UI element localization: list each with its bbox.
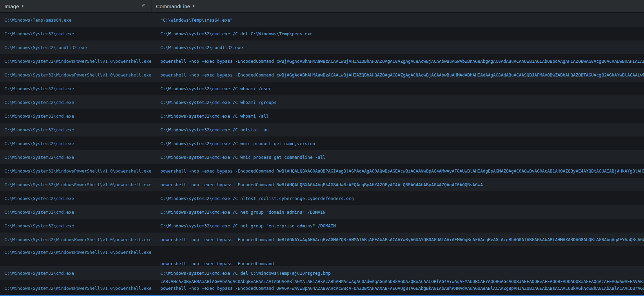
table-row[interactable]: C:\Windows\System32\cmd.exe C:\Windows\s… — [0, 109, 644, 123]
column-label-image: Image — [4, 3, 19, 9]
table-row[interactable]: C:\Windows\System32\WindowsPowerShell\v1… — [0, 178, 644, 191]
image-cell: C:\Windows\System32\cmd.exe — [0, 86, 156, 91]
image-cell: C:\Windows\System32\rundll32.exe — [0, 45, 156, 50]
commandline-cell: C:\Windows\system32\cmd.exe /C whoami /u… — [156, 86, 644, 91]
commandline-cell: powershell -nop -exec bypass -EncodedCom… — [156, 168, 644, 174]
image-cell: C:\Windows\System32\cmd.exe — [0, 210, 156, 215]
table-row[interactable]: C:\Windows\Temp\smss64.exe "C:\Windows\T… — [0, 13, 644, 27]
commandline-cell: powershell -nop -exec bypass -EncodedCom… — [156, 286, 644, 291]
table-row[interactable]: C:\Windows\System32\WindowsPowerShell\v1… — [0, 233, 644, 246]
image-cell: C:\Windows\System32\cmd.exe — [0, 196, 156, 201]
commandline-cell: C:\Windows\system32\cmd.exe /C whoami /g… — [156, 100, 644, 105]
commandline-cell: C:\Windows\system32\cmd.exe /C net group… — [156, 223, 644, 228]
image-cell: C:\Windows\System32\cmd.exe — [0, 127, 156, 132]
image-cell: C:\Windows\System32\WindowsPowerShell\v1… — [0, 168, 156, 174]
image-cell: C:\Windows\System32\cmd.exe — [0, 114, 156, 119]
commandline-cell: powershell -nop -exec bypass -EncodedCom… — [156, 59, 644, 64]
table-header: Image ▲ ▼ ✎ CommandLine ▲ ▼ — [0, 0, 644, 13]
column-header-commandline[interactable]: CommandLine ▲ ▼ — [152, 0, 644, 12]
image-cell: C:\Windows\System32\cmd.exe — [0, 155, 156, 160]
image-cell: C:\Windows\System32\WindowsPowerShell\v1… — [0, 237, 156, 242]
table-row[interactable]: C:\Windows\System32\cmd.exe C:\Windows\s… — [0, 123, 644, 137]
commandline-cell: C:\Windows\system32\cmd.exe /C whoami /a… — [156, 114, 644, 119]
commandline-cell: "C:\Windows\Temp\smss64.exe" — [156, 17, 644, 23]
pencil-icon[interactable]: ✎ — [141, 3, 145, 8]
table-row[interactable]: C:\Windows\System32\cmd.exe C:\Windows\s… — [0, 205, 644, 219]
sort-icon[interactable]: ▲ ▼ — [193, 4, 195, 8]
column-label-commandline: CommandLine — [156, 3, 190, 9]
commandline-cell: powershell -nop -exec bypass -EncodedCom… — [156, 182, 644, 187]
commandline-cell: C:\Windows\system32\cmd.exe /C del C:\Wi… — [156, 271, 644, 276]
commandline-cell: powershell -nop -exec bypass -EncodedCom… — [156, 237, 644, 242]
commandline-line-1: powershell -nop -exec bypass -EncodedCom… — [160, 260, 644, 268]
image-cell: C:\Windows\Temp\smss64.exe — [0, 17, 156, 23]
image-cell: C:\Windows\System32\WindowsPowerShell\v1… — [0, 286, 156, 291]
image-cell: C:\Windows\System32\WindowsPowerShell\v1… — [0, 59, 156, 64]
table-row[interactable]: C:\Windows\System32\WindowsPowerShell\v1… — [0, 246, 644, 266]
image-cell: C:\Windows\System32\WindowsPowerShell\v1… — [0, 182, 156, 187]
sort-down-icon: ▼ — [22, 6, 24, 8]
image-cell: C:\Windows\System32\cmd.exe — [0, 223, 156, 228]
process-table: Image ▲ ▼ ✎ CommandLine ▲ ▼ C:\Windows\T… — [0, 0, 644, 296]
image-cell: C:\Windows\System32\cmd.exe — [0, 31, 156, 36]
commandline-line-2: cABvAHcAZQByAHMAaABlAGwAbAAgAC0AbgBvAHAA… — [160, 278, 644, 285]
commandline-cell: C:\Windows\system32\cmd.exe /C nltest /d… — [156, 196, 644, 201]
commandline-cell: C:\Windows\system32\rundll32.exe — [156, 45, 644, 50]
image-cell: C:\Windows\System32\cmd.exe — [0, 141, 156, 146]
table-row[interactable]: C:\Windows\System32\cmd.exe C:\Windows\s… — [0, 137, 644, 150]
table-row[interactable]: C:\Windows\System32\cmd.exe C:\Windows\s… — [0, 27, 644, 40]
table-row[interactable]: C:\Windows\System32\cmd.exe C:\Windows\s… — [0, 82, 644, 95]
commandline-cell: C:\Windows\system32\cmd.exe /C wmic proc… — [156, 155, 644, 160]
table-row[interactable]: C:\Windows\System32\cmd.exe C:\Windows\s… — [0, 95, 644, 109]
image-cell: C:\Windows\System32\cmd.exe — [0, 271, 156, 276]
commandline-cell: C:\Windows\system32\cmd.exe /C wmic prod… — [156, 141, 644, 146]
commandline-cell: C:\Windows\system32\cmd.exe /C del C:\Wi… — [156, 31, 644, 36]
image-cell: C:\Windows\System32\cmd.exe — [0, 100, 156, 105]
sort-icon[interactable]: ▲ ▼ — [22, 4, 24, 8]
image-cell: C:\Windows\System32\WindowsPowerShell\v1… — [0, 246, 156, 255]
table-row[interactable]: C:\Windows\System32\WindowsPowerShell\v1… — [0, 54, 644, 68]
table-row[interactable]: C:\Windows\System32\cmd.exe C:\Windows\s… — [0, 219, 644, 233]
table-row[interactable]: C:\Windows\System32\rundll32.exe C:\Wind… — [0, 40, 644, 54]
table-row[interactable]: C:\Windows\System32\cmd.exe C:\Windows\s… — [0, 191, 644, 205]
image-cell: C:\Windows\System32\WindowsPowerShell\v1… — [0, 72, 156, 78]
column-header-image[interactable]: Image ▲ ▼ ✎ — [0, 0, 152, 12]
table-row[interactable]: C:\Windows\System32\WindowsPowerShell\v1… — [0, 164, 644, 178]
commandline-cell: C:\Windows\system32\cmd.exe /C netstat -… — [156, 127, 644, 132]
commandline-cell: C:\Windows\system32\cmd.exe /C net group… — [156, 210, 644, 215]
table-row[interactable]: C:\Windows\System32\WindowsPowerShell\v1… — [0, 68, 644, 82]
table-row[interactable]: C:\Windows\System32\cmd.exe C:\Windows\s… — [0, 150, 644, 164]
commandline-cell: powershell -nop -exec bypass -EncodedCom… — [156, 72, 644, 78]
sort-down-icon: ▼ — [193, 6, 195, 8]
